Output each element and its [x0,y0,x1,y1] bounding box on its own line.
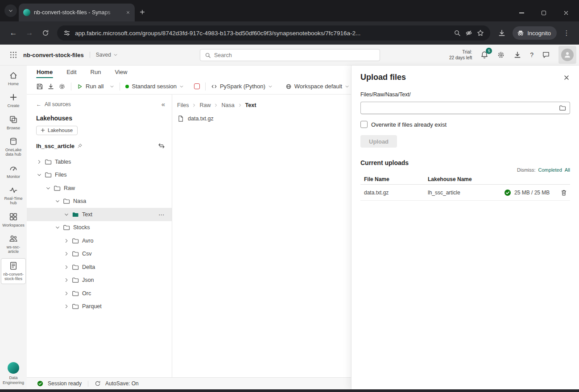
chevron-right-icon[interactable] [64,277,70,283]
breadcrumb-nasa[interactable]: Nasa [221,102,234,108]
site-settings-icon[interactable] [63,29,70,37]
more-options-button[interactable]: ⋯ [158,211,165,218]
reload-button[interactable] [38,26,53,40]
reload-icon [42,29,49,37]
browser-menu-button[interactable]: ⋮ [560,27,573,39]
dismiss-all-link[interactable]: All [565,167,570,173]
chevron-down-icon[interactable] [64,212,70,217]
app-launcher-button[interactable] [9,51,17,59]
save-button[interactable] [36,83,43,90]
sidebar-item-data-engineering[interactable]: Data Engineering [1,359,26,388]
sidebar-item-notebook-selected[interactable]: nb-convert-stock-files [1,258,26,285]
browser-tab[interactable]: nb-convert-stock-files - Synaps [19,4,135,21]
minimize-button[interactable] [518,10,525,16]
export-button[interactable] [47,83,54,90]
chevron-down-icon[interactable] [37,172,43,177]
dismiss-completed-link[interactable]: Completed [538,167,562,173]
bookmark-star-icon[interactable] [477,29,484,37]
maximize-button[interactable] [541,10,547,16]
file-path-input[interactable] [364,105,555,111]
sidebar-item-browse[interactable]: Browse [1,112,26,133]
sidebar-item-workspace-ws-ssc-article[interactable]: ws-ssc-article [1,231,26,257]
download-app-button[interactable] [513,51,521,59]
close-panel-button[interactable] [563,74,570,81]
chevron-right-icon[interactable] [64,304,70,309]
forward-arrow-icon: → [26,29,33,37]
tab-close-button[interactable] [126,10,130,15]
search-input[interactable] [214,52,375,58]
upload-row: data.txt.gz lh_ssc_article 25 MB / 25 MB [360,185,570,201]
password-hidden-icon[interactable] [465,29,472,37]
tree-item-parquet[interactable]: Parquet [27,300,172,314]
tree-item-tables[interactable]: Tables [27,155,172,169]
browse-files-button[interactable] [559,104,566,111]
sidebar-item-monitor[interactable]: Monitor [1,161,26,182]
tree-item-nasa[interactable]: Nasa [27,195,172,208]
tree-item-stocks[interactable]: Stocks [27,221,172,235]
url-text[interactable]: app.fabric.microsoft.com/groups/8742d3fd… [75,30,449,37]
chevron-right-icon[interactable] [37,159,43,165]
chevron-right-icon[interactable] [64,238,70,243]
chevron-right-icon[interactable] [64,291,70,296]
tab-run[interactable]: Run [90,67,102,77]
tree-item-raw[interactable]: Raw [27,182,172,195]
add-lakehouse-button[interactable]: Lakehouse [36,126,78,135]
tree-item-csv[interactable]: Csv [27,248,172,261]
tab-search-button[interactable] [4,4,17,17]
tree-item-avro[interactable]: Avro [27,234,172,248]
back-button[interactable]: ← [6,26,21,40]
all-sources-back-link[interactable]: ← All sources [36,101,71,107]
sidebar-item-workspaces[interactable]: Workspaces [1,210,26,230]
sidebar-item-realtime-hub[interactable]: Real-Time hub [1,183,26,208]
chevron-down-icon[interactable] [45,186,52,191]
file-picker-field[interactable] [360,102,570,114]
tree-item-files[interactable]: Files [27,169,172,182]
minimize-icon [519,12,524,13]
collapse-panel-button[interactable]: « [161,100,165,108]
global-search-box[interactable] [200,49,380,61]
tab-home[interactable]: Home [36,67,53,77]
save-status-dropdown[interactable]: Saved [96,52,118,58]
tree-item-text-selected[interactable]: Text ⋯ [27,208,172,221]
upload-button[interactable]: Upload [360,135,397,148]
new-tab-button[interactable] [139,9,145,15]
help-button[interactable]: ? [530,51,534,59]
lakehouse-header-row[interactable]: lh_ssc_article [27,135,172,151]
tab-title: nb-convert-stock-files - Synaps [34,9,121,16]
breadcrumb-raw[interactable]: Raw [199,102,211,108]
settings-button[interactable] [497,51,505,59]
session-dropdown[interactable]: Standard session [125,83,183,90]
tree-item-label: Nasa [73,198,86,204]
close-window-button[interactable] [563,10,569,16]
tab-edit[interactable]: Edit [66,67,77,77]
downloads-button[interactable] [495,26,509,40]
breadcrumb-files[interactable]: Files [177,102,189,108]
tree-item-json[interactable]: Json [27,274,172,287]
account-button[interactable] [558,46,576,64]
tree-item-delta[interactable]: Delta [27,260,172,274]
incognito-badge[interactable]: Incognito [513,26,557,40]
language-dropdown[interactable]: PySpark (Python) [211,83,273,90]
chevron-right-icon[interactable] [64,264,70,270]
forward-button[interactable]: → [22,26,37,40]
sidebar-item-create[interactable]: Create [1,90,26,111]
chevron-down-icon[interactable] [55,198,62,204]
delete-upload-button[interactable] [560,189,567,196]
pin-icon[interactable] [77,143,83,149]
notifications-button[interactable]: 5 [480,51,488,59]
tab-view[interactable]: View [114,67,128,77]
chevron-down-icon[interactable] [55,225,62,230]
tree-item-orc[interactable]: Orc [27,287,172,300]
zoom-icon[interactable] [454,29,461,37]
environment-dropdown[interactable]: Workspace default [285,83,349,90]
sidebar-item-home[interactable]: Home [1,68,26,89]
overwrite-checkbox[interactable] [360,121,368,128]
omnibox[interactable]: app.fabric.microsoft.com/groups/8742d3fd… [57,25,490,41]
switch-lakehouse-button[interactable] [158,142,165,149]
stop-session-button[interactable] [194,83,200,89]
notebook-settings-button[interactable] [58,83,66,90]
chevron-right-icon[interactable] [64,251,70,256]
run-all-button[interactable]: Run all [77,83,114,90]
feedback-button[interactable] [542,51,550,59]
sidebar-item-onelake-data-hub[interactable]: OneLake data hub [1,134,26,160]
